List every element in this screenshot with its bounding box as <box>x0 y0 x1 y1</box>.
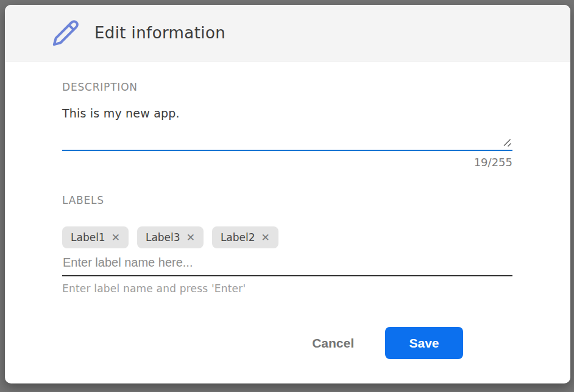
chip-remove-icon[interactable]: ✕ <box>261 233 270 243</box>
save-button[interactable]: Save <box>385 327 463 359</box>
cancel-button[interactable]: Cancel <box>311 332 355 354</box>
description-label: DESCRIPTION <box>62 81 512 93</box>
textarea-resize-handle[interactable] <box>502 138 512 148</box>
labels-section: LABELS Label1✕Label3✕Label2✕ Enter label… <box>62 194 512 295</box>
dialog-actions: Cancel Save <box>62 327 512 359</box>
chip-label: Label2 <box>221 231 255 243</box>
label-chip: Label3✕ <box>137 226 204 248</box>
chip-remove-icon[interactable]: ✕ <box>112 233 120 243</box>
dialog-body: DESCRIPTION This is my new app. 19/255 L… <box>5 61 570 359</box>
description-textarea[interactable]: This is my new app. <box>62 107 512 151</box>
dialog-header: Edit information <box>5 5 570 61</box>
label-input-helper: Enter label name and press 'Enter' <box>62 282 512 295</box>
dialog-title: Edit information <box>94 24 225 42</box>
pencil-icon <box>52 19 80 47</box>
label-chip: Label2✕ <box>212 226 278 248</box>
chip-label: Label1 <box>71 231 105 243</box>
character-counter: 19/255 <box>62 156 512 169</box>
description-value: This is my new app. <box>62 107 512 120</box>
chip-remove-icon[interactable]: ✕ <box>186 233 195 243</box>
label-chip: Label1✕ <box>62 226 129 248</box>
labels-label: LABELS <box>62 194 512 206</box>
label-chips: Label1✕Label3✕Label2✕ <box>62 226 512 248</box>
edit-information-dialog: Edit information DESCRIPTION This is my … <box>5 5 570 383</box>
label-name-input[interactable] <box>62 251 512 276</box>
chip-label: Label3 <box>146 231 180 243</box>
